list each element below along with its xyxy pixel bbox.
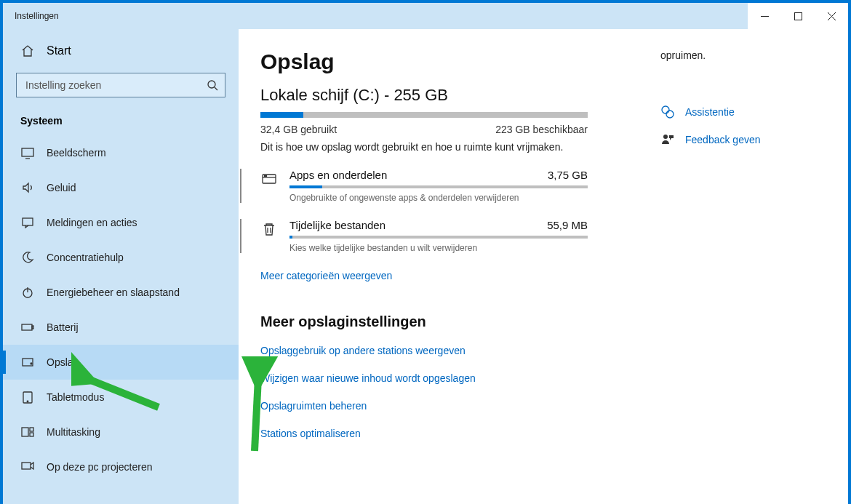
sidebar-item-label: Tabletmodus	[47, 391, 104, 403]
maximize-button[interactable]	[781, 3, 815, 29]
svg-point-16	[27, 401, 28, 402]
svg-point-24	[265, 175, 266, 176]
svg-rect-20	[22, 463, 31, 469]
svg-point-23	[264, 175, 265, 176]
moon-icon	[20, 250, 35, 265]
show-more-categories-link[interactable]: Meer categorieën weergeven	[260, 270, 392, 281]
sidebar-item-label: Multitasking	[47, 426, 100, 438]
power-icon	[20, 285, 35, 300]
category-bar	[289, 185, 588, 188]
settings-window: Instellingen Start	[3, 3, 848, 504]
apps-icon	[260, 170, 278, 188]
right-text: opruimen.	[660, 49, 834, 61]
sidebar-item-project[interactable]: Op deze pc projecteren	[3, 449, 239, 484]
svg-point-28	[666, 111, 674, 118]
svg-point-4	[208, 81, 215, 88]
sidebar-item-multitasking[interactable]: Multitasking	[3, 415, 239, 449]
svg-rect-6	[22, 148, 33, 156]
svg-point-27	[662, 106, 669, 113]
svg-point-14	[31, 363, 32, 364]
page-title: Opslag	[260, 49, 653, 74]
svg-rect-19	[30, 433, 33, 436]
sidebar-item-label: Energiebeheer en slaapstand	[47, 287, 180, 298]
free-label: 223 GB beschikbaar	[495, 124, 588, 135]
search-box[interactable]	[16, 73, 225, 97]
link-change-save-location[interactable]: Wijzigen waar nieuwe inhoud wordt opgesl…	[260, 372, 653, 384]
sidebar-item-sound[interactable]: Geluid	[3, 170, 239, 205]
svg-rect-17	[22, 428, 28, 436]
sidebar-item-display[interactable]: Beeldscherm	[3, 135, 239, 170]
sidebar-item-label: Opslag	[47, 356, 79, 368]
sidebar-item-storage[interactable]: Opslag	[3, 345, 239, 380]
home-label: Start	[47, 44, 71, 57]
battery-icon	[20, 320, 35, 335]
sidebar-item-label: Op deze pc projecteren	[47, 461, 153, 473]
category-name: Tijdelijke bestanden	[289, 219, 385, 231]
svg-rect-18	[30, 428, 33, 431]
svg-rect-11	[22, 324, 32, 330]
used-label: 32,4 GB gebruikt	[260, 124, 337, 135]
svg-line-5	[215, 87, 217, 90]
sidebar-item-power[interactable]: Energiebeheer en slaapstand	[3, 275, 239, 310]
multitasking-icon	[20, 425, 35, 439]
home-icon	[20, 44, 35, 58]
sidebar: Start Systeem Beeldscherm Gelu	[3, 29, 239, 504]
sidebar-item-tablet[interactable]: Tabletmodus	[3, 380, 239, 415]
sidebar-item-label: Meldingen en acties	[47, 217, 137, 228]
notifications-icon	[20, 215, 35, 230]
feedback-label: Feedback geven	[685, 134, 761, 145]
sidebar-item-label: Batterij	[47, 321, 79, 333]
sidebar-item-focus[interactable]: Concentratiehulp	[3, 240, 239, 275]
search-icon	[200, 79, 225, 91]
category-size: 3,75 GB	[548, 169, 588, 181]
svg-rect-8	[23, 218, 33, 225]
more-settings-title: Meer opslaginstellingen	[260, 313, 653, 330]
svg-rect-30	[669, 135, 674, 138]
category-sub: Ongebruikte of ongewenste apps & onderde…	[289, 193, 588, 203]
storage-desc: Dit is hoe uw opslag wordt gebruikt en h…	[260, 141, 653, 153]
sidebar-item-label: Concentratiehulp	[47, 252, 124, 263]
tablet-icon	[20, 390, 35, 404]
svg-rect-1	[794, 12, 802, 20]
search-input[interactable]	[17, 79, 200, 91]
link-storage-spaces[interactable]: Opslagruimten beheren	[260, 400, 653, 412]
trash-icon	[260, 220, 278, 238]
right-panel: opruimen. Assistentie Feedback geven	[653, 49, 834, 504]
sidebar-item-notifications[interactable]: Meldingen en acties	[3, 205, 239, 240]
category-bar	[289, 236, 588, 239]
drive-title: Lokale schijf (C:) - 255 GB	[260, 86, 653, 105]
link-optimize-drives[interactable]: Stations optimaliseren	[260, 428, 653, 439]
close-icon	[828, 12, 836, 20]
maximize-icon	[794, 12, 802, 20]
project-icon	[20, 460, 35, 474]
link-other-drives[interactable]: Opslaggebruik op andere stations weergev…	[260, 345, 653, 356]
svg-rect-12	[32, 326, 33, 329]
category-size: 55,9 MB	[547, 219, 588, 231]
main-panel: Opslag Lokale schijf (C:) - 255 GB 32,4 …	[239, 29, 848, 504]
feedback-link[interactable]: Feedback geven	[660, 132, 834, 147]
help-label: Assistentie	[685, 106, 735, 118]
category-temp[interactable]: Tijdelijke bestanden 55,9 MB Kies welke …	[260, 219, 588, 253]
titlebar: Instellingen	[3, 3, 848, 29]
minimize-button[interactable]	[748, 3, 781, 29]
category-name: Apps en onderdelen	[289, 169, 387, 181]
feedback-icon	[660, 132, 675, 147]
window-title: Instellingen	[3, 11, 59, 21]
close-button[interactable]	[815, 3, 848, 29]
nav-list: Beeldscherm Geluid Meldingen en acties C…	[3, 135, 239, 484]
sidebar-item-battery[interactable]: Batterij	[3, 310, 239, 345]
svg-point-29	[663, 135, 668, 139]
category-sub: Kies welke tijdelijke bestanden u wilt v…	[289, 243, 588, 253]
section-heading: Systeem	[3, 108, 239, 135]
minimize-icon	[761, 12, 769, 20]
help-link[interactable]: Assistentie	[660, 105, 834, 119]
sidebar-item-label: Geluid	[47, 182, 76, 193]
home-button[interactable]: Start	[3, 35, 239, 67]
sound-icon	[20, 180, 35, 195]
category-apps[interactable]: Apps en onderdelen 3,75 GB Ongebruikte o…	[260, 169, 588, 203]
display-icon	[20, 145, 35, 160]
storage-icon	[20, 355, 35, 369]
drive-usage-bar	[260, 112, 588, 118]
sidebar-item-label: Beeldscherm	[47, 147, 106, 159]
help-icon	[660, 105, 675, 119]
